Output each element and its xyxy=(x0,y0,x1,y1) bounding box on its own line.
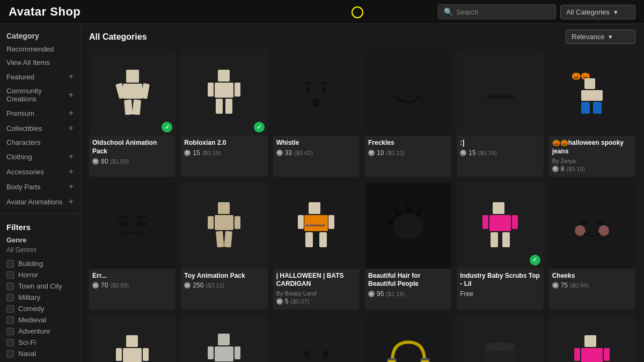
item-by-6: By Zerya xyxy=(552,158,632,164)
svg-rect-0 xyxy=(126,70,139,83)
search-input[interactable] xyxy=(456,8,550,16)
item-card-11[interactable]: ✓ Industry Baby Scrubs Top - Lil Free xyxy=(457,182,543,310)
price-robux-6: 8 xyxy=(561,165,565,173)
sidebar-item-collectibles[interactable]: Collectibles + xyxy=(0,121,80,136)
sidebar-item-view-all[interactable]: View All Items xyxy=(0,56,80,69)
sidebar-item-recommended[interactable]: Recommended xyxy=(0,42,80,56)
filter-building[interactable]: Building xyxy=(6,258,74,269)
search-container[interactable]: 🔍 xyxy=(438,4,556,19)
item-card-14[interactable] xyxy=(181,315,267,362)
svg-rect-37 xyxy=(309,202,320,214)
item-card-12[interactable]: Cheeks R 75 ($0.94) xyxy=(549,182,635,310)
sidebar-item-characters[interactable]: Characters xyxy=(0,136,80,149)
price-usd-3: ($0.42) xyxy=(294,150,313,156)
price-robux-8: 250 xyxy=(193,282,203,289)
filter-comedy[interactable]: Comedy xyxy=(6,303,74,314)
svg-rect-50 xyxy=(493,202,504,214)
price-robux-7: 70 xyxy=(101,282,108,289)
checkbox-comedy[interactable] xyxy=(6,305,14,313)
svg-rect-42 xyxy=(305,232,313,247)
sidebar-item-clothing[interactable]: Clothing + xyxy=(0,149,80,164)
price-usd-6: ($0.10) xyxy=(566,166,585,172)
checkbox-town-city[interactable] xyxy=(6,283,14,290)
genre-default: All Genres xyxy=(6,246,74,254)
sidebar-label-characters: Characters xyxy=(6,138,41,146)
relevance-dropdown[interactable]: Relevance ▾ xyxy=(566,29,635,44)
checkbox-military[interactable] xyxy=(6,294,14,301)
sidebar-item-accessories[interactable]: Accessories + xyxy=(0,164,80,179)
sidebar-item-community[interactable]: Community Creations + xyxy=(0,84,80,106)
item-card-18[interactable]: ✓ xyxy=(549,315,635,362)
item-card-3[interactable]: Whistle R 33 ($0.42) xyxy=(273,49,360,177)
item-price-10: R 95 ($1.19) xyxy=(368,290,448,298)
checkbox-medieval[interactable] xyxy=(6,316,14,324)
label-comedy: Comedy xyxy=(18,305,44,313)
item-card-8[interactable]: Toy Animation Pack R 250 ($3.12) xyxy=(181,182,267,310)
item-info-4: Freckles R 10 ($0.13) xyxy=(365,136,451,161)
svg-rect-41 xyxy=(328,215,334,229)
checkbox-naval[interactable] xyxy=(6,350,14,358)
item-card-15[interactable]: ✓ xyxy=(273,315,360,362)
sidebar-item-featured[interactable]: Featured + xyxy=(0,69,80,84)
item-thumb-14 xyxy=(181,315,267,362)
item-card-17[interactable] xyxy=(457,315,543,362)
item-card-10[interactable]: Beautiful Hair for Beautiful People R 95… xyxy=(365,182,451,310)
price-usd-2: ($0.19) xyxy=(202,150,221,156)
sidebar-label-accessories: Accessories xyxy=(6,168,44,176)
item-name-2: Robloxian 2.0 xyxy=(184,139,264,147)
svg-rect-60 xyxy=(126,335,138,347)
item-card-2[interactable]: ✓ Robloxian 2.0 R 15 ($0.19) xyxy=(181,49,267,177)
item-price-1: R 80 ($1.00) xyxy=(92,158,172,165)
filter-town-city[interactable]: Town and City xyxy=(6,280,74,292)
item-card-16[interactable] xyxy=(365,315,451,362)
filter-horror[interactable]: Horror xyxy=(6,269,74,280)
price-robux-12: 75 xyxy=(561,282,568,289)
sidebar-item-body-parts[interactable]: Body Parts + xyxy=(0,179,80,194)
checkbox-adventure[interactable] xyxy=(6,328,14,335)
item-thumb-17 xyxy=(457,315,543,362)
filter-adventure[interactable]: Adventure xyxy=(6,326,74,337)
item-card-5[interactable]: :] R 15 ($0.19) xyxy=(457,49,543,177)
item-thumb-8 xyxy=(181,182,267,269)
price-usd-5: ($0.19) xyxy=(478,150,497,156)
content-area: All Categories Relevance ▾ xyxy=(80,24,644,362)
item-free-11: Free xyxy=(460,290,540,298)
item-card-7[interactable]: Err... R 70 ($0.88) xyxy=(89,182,175,310)
char-svg-8 xyxy=(204,201,244,249)
price-robux-9: 5 xyxy=(285,298,289,305)
sidebar-item-premium[interactable]: Premium + xyxy=(0,106,80,121)
svg-rect-11 xyxy=(225,99,232,114)
item-card-1[interactable]: ✓ Oldschool Animation Pack R 80 ($1.00) xyxy=(89,49,175,177)
svg-rect-84 xyxy=(604,348,610,361)
svg-rect-53 xyxy=(512,215,518,229)
item-card-4[interactable]: Freckles R 10 ($0.13) xyxy=(365,49,451,177)
category-dropdown[interactable]: All Categories ▾ xyxy=(560,5,635,19)
checkbox-horror[interactable] xyxy=(6,271,14,279)
svg-rect-1 xyxy=(123,84,142,99)
item-price-3: R 33 ($0.42) xyxy=(276,149,356,157)
price-usd-7: ($0.88) xyxy=(110,282,129,289)
filter-naval[interactable]: Naval xyxy=(6,348,74,359)
item-info-7: Err... R 70 ($0.88) xyxy=(89,269,175,294)
svg-rect-52 xyxy=(482,215,488,229)
checkbox-scifi[interactable] xyxy=(6,339,14,346)
sidebar-label-premium: Premium xyxy=(6,109,34,117)
checkbox-building[interactable] xyxy=(6,260,14,268)
item-card-13[interactable] xyxy=(89,315,175,362)
sidebar-item-avatar-animations[interactable]: Avatar Animations + xyxy=(0,194,80,209)
svg-rect-68 xyxy=(208,346,214,359)
sidebar-label-body-parts: Body Parts xyxy=(6,183,41,191)
sidebar-label-community: Community Creations xyxy=(6,87,69,103)
filter-scifi[interactable]: Sci-Fi xyxy=(6,337,74,348)
category-dropdown-label: All Categories xyxy=(566,8,610,16)
label-adventure: Adventure xyxy=(18,327,50,335)
item-card-6[interactable]: 🎃🎃 🎃🎃halloween spooky jeans By Zerya R 8… xyxy=(549,49,635,177)
filter-military[interactable]: Military xyxy=(6,292,74,303)
svg-point-58 xyxy=(581,220,587,225)
svg-rect-32 xyxy=(215,215,233,230)
filter-medieval[interactable]: Medieval xyxy=(6,314,74,326)
svg-rect-69 xyxy=(235,346,240,359)
item-info-6: 🎃🎃halloween spooky jeans By Zerya R 8 ($… xyxy=(549,136,635,176)
sidebar-label-avatar-animations: Avatar Animations xyxy=(6,198,63,206)
item-card-9[interactable]: 🦇🦇🦇 | HALLOWEEN | BATS CARDIGAN By Boopy… xyxy=(273,182,360,310)
